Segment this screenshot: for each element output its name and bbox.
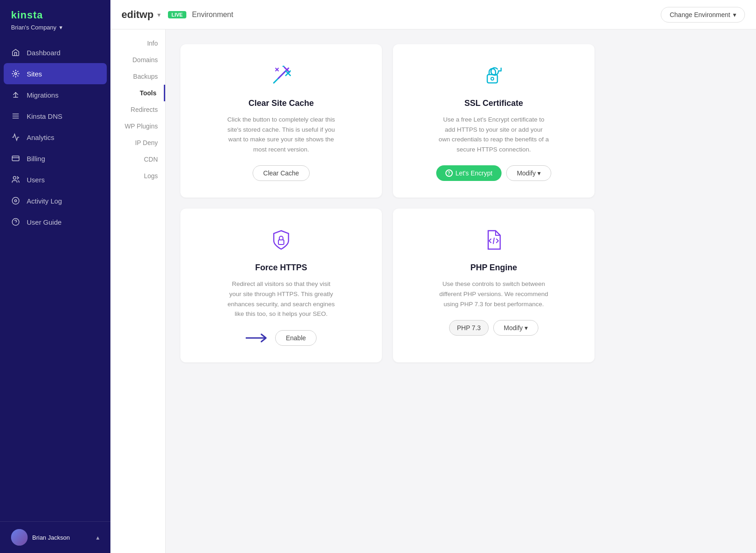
force-https-card: Force HTTPS Redirect all visitors so tha… [180,209,382,362]
tools-grid: Clear Site Cache Click the button to com… [180,44,594,362]
chevron-up-icon: ▴ [96,534,99,541]
main-area: editwp ▾ LIVE Environment Change Environ… [110,0,756,553]
sidebar-item-label: Migrations [27,91,58,99]
user-info[interactable]: Brian Jackson [11,529,70,546]
ssl-certificate-card: SSL Certificate Use a free Let's Encrypt… [393,44,594,198]
sidebar-item-sites[interactable]: Sites [4,63,107,84]
php-icon [479,225,508,255]
clear-cache-button[interactable]: Clear Cache [253,165,310,181]
force-https-icon [266,225,296,255]
svg-rect-1 [12,156,19,161]
ssl-desc: Use a free Let's Encrypt certificate to … [439,115,549,154]
subnav-item-cdn[interactable]: CDN [110,151,165,168]
force-https-title: Force HTTPS [255,263,307,273]
content-area: Info Domains Backups Tools Redirects WP … [110,29,756,553]
ssl-title: SSL Certificate [464,99,523,108]
php-engine-actions: PHP 7.3 Modify ▾ [449,320,538,336]
sidebar-item-dashboard[interactable]: Dashboard [0,42,110,63]
subnav-item-info[interactable]: Info [110,35,165,52]
sidebar-item-users[interactable]: Users [0,169,110,190]
home-icon [11,48,20,57]
svg-point-19 [491,77,494,80]
environment-label: Environment [192,11,233,19]
avatar [11,529,28,546]
lets-encrypt-label: Let's Encrypt [456,169,493,177]
clear-cache-label: Clear Cache [263,169,299,177]
svg-rect-18 [487,75,497,83]
clear-cache-title: Clear Site Cache [248,99,314,108]
sidebar-footer: Brian Jackson ▴ [0,521,110,553]
chevron-down-icon: ▾ [537,169,541,177]
ssl-modify-button[interactable]: Modify ▾ [506,165,551,181]
change-environment-button[interactable]: Change Environment ▾ [661,7,745,23]
php-engine-card: PHP Engine Use these controls to switch … [393,209,594,362]
svg-point-0 [15,73,17,75]
sidebar-item-label: Dashboard [27,49,60,57]
subnav-item-logs[interactable]: Logs [110,168,165,184]
sidebar-item-label: Sites [27,70,42,78]
chevron-down-icon: ▾ [59,24,63,31]
sidebar-item-billing[interactable]: Billing [0,148,110,169]
sidebar-item-label: Kinsta DNS [27,112,63,120]
subnav: Info Domains Backups Tools Redirects WP … [110,29,166,553]
subnav-item-wp-plugins[interactable]: WP Plugins [110,118,165,134]
change-env-label: Change Environment [669,11,730,18]
topbar-left: editwp ▾ LIVE Environment [121,9,233,21]
svg-line-22 [493,238,494,244]
clear-site-cache-card: Clear Site Cache Click the button to com… [180,44,382,198]
php-version-label: PHP 7.3 [457,324,481,332]
sidebar-item-user-guide[interactable]: User Guide [0,211,110,233]
sites-icon [11,69,20,78]
sidebar-item-migrations[interactable]: Migrations [0,84,110,105]
enable-button[interactable]: Enable [275,330,317,346]
lets-encrypt-button[interactable]: ? Let's Encrypt [436,165,502,181]
sidebar-item-label: Activity Log [27,197,62,205]
subnav-item-redirects[interactable]: Redirects [110,101,165,118]
ssl-modify-label: Modify [517,169,536,177]
sidebar-nav: Dashboard Sites Migrations Kinsta DNS [0,38,110,521]
company-name: Brian's Company [11,24,57,31]
sidebar-item-activity-log[interactable]: Activity Log [0,190,110,211]
users-icon [11,175,20,184]
kinsta-logo: kinsta [11,9,99,21]
subnav-item-domains[interactable]: Domains [110,52,165,68]
php-engine-title: PHP Engine [470,263,517,273]
guide-icon [11,217,20,227]
php-version-button[interactable]: PHP 7.3 [449,320,489,336]
avatar-image [11,529,28,546]
subnav-item-backups[interactable]: Backups [110,68,165,85]
chevron-down-icon: ▾ [733,11,736,18]
analytics-icon [11,133,20,142]
sidebar-item-analytics[interactable]: Analytics [0,127,110,148]
site-dropdown-icon[interactable]: ▾ [157,11,161,18]
tools-content: Clear Site Cache Click the button to com… [166,29,756,553]
force-https-desc: Redirect all visitors so that they visit… [226,279,336,319]
migrations-icon [11,90,20,99]
sidebar-item-kinsta-dns[interactable]: Kinsta DNS [0,105,110,127]
subnav-item-tools[interactable]: Tools [110,85,165,101]
topbar: editwp ▾ LIVE Environment Change Environ… [110,0,756,29]
chevron-down-icon: ▾ [525,324,528,332]
sidebar-item-label: Users [27,176,45,184]
sidebar-item-label: Billing [27,155,45,163]
live-badge: LIVE [168,11,186,18]
user-name: Brian Jackson [32,534,70,541]
php-modify-button[interactable]: Modify ▾ [493,320,538,336]
sidebar-item-label: User Guide [27,218,62,226]
billing-icon [11,154,20,163]
circle-question-icon: ? [445,169,453,177]
company-selector[interactable]: Brian's Company ▾ [11,24,99,31]
clear-cache-actions: Clear Cache [253,165,310,181]
php-modify-label: Modify [504,324,523,332]
logo-text: kinsta [11,9,43,21]
svg-point-6 [12,198,19,204]
subnav-item-ip-deny[interactable]: IP Deny [110,134,165,151]
clear-cache-icon [266,61,296,90]
svg-point-7 [15,200,17,202]
svg-rect-20 [278,240,284,244]
sidebar: kinsta Brian's Company ▾ Dashboard Sites [0,0,110,553]
activity-icon [11,196,20,205]
ssl-icon [479,61,508,90]
force-https-actions: Enable [246,330,317,346]
svg-point-3 [13,176,16,179]
